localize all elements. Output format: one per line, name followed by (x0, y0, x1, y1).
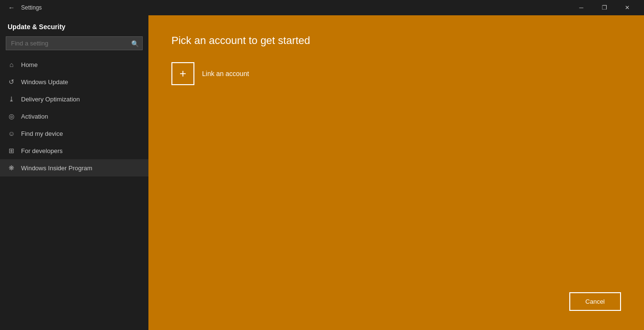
close-icon: ✕ (625, 4, 630, 11)
sidebar-item-windows-insider-program[interactable]: ❋ Windows Insider Program (0, 159, 148, 176)
sidebar-item-windows-update-label: Windows Update (21, 78, 68, 86)
sidebar-item-windows-insider-label: Windows Insider Program (21, 165, 92, 172)
sidebar-item-home-label: Home (21, 61, 38, 68)
sidebar-item-activation-label: Activation (21, 113, 48, 120)
sidebar-item-windows-update[interactable]: ↺ Windows Update (0, 73, 148, 90)
find-my-device-icon: ☺ (8, 130, 15, 137)
search-container: 🔍 (6, 36, 143, 50)
search-input[interactable] (6, 36, 143, 50)
search-icon: 🔍 (131, 40, 139, 47)
sidebar-item-for-developers[interactable]: ⊞ For developers (0, 142, 148, 159)
link-account-row: + Link an account (171, 62, 621, 85)
home-icon: ⌂ (8, 61, 15, 68)
link-account-label: Link an account (202, 70, 249, 77)
back-icon: ← (8, 4, 15, 11)
sidebar-item-delivery-optimization-label: Delivery Optimization (21, 96, 80, 103)
for-developers-icon: ⊞ (8, 147, 15, 154)
titlebar: ← Settings ─ ❐ ✕ (0, 0, 644, 15)
sidebar-item-find-my-device-label: Find my device (21, 130, 63, 137)
windows-update-icon: ↺ (8, 78, 15, 86)
minimize-button[interactable]: ─ (570, 0, 592, 15)
sidebar-item-home[interactable]: ⌂ Home (0, 56, 148, 73)
account-dialog: Pick an account to get started + Link an… (148, 15, 644, 330)
sidebar-item-for-developers-label: For developers (21, 147, 63, 154)
close-button[interactable]: ✕ (616, 0, 638, 15)
window-controls: ─ ❐ ✕ (570, 0, 638, 15)
sidebar-item-activation[interactable]: ◎ Activation (0, 108, 148, 125)
maximize-button[interactable]: ❐ (593, 0, 615, 15)
cancel-button-row: Cancel (171, 292, 621, 311)
sidebar-section-label: Update & Security (0, 15, 148, 34)
add-account-button[interactable]: + (171, 62, 194, 85)
maximize-icon: ❐ (602, 4, 607, 11)
back-button[interactable]: ← (6, 2, 17, 13)
dialog-title: Pick an account to get started (171, 34, 621, 47)
sidebar: Update & Security 🔍 ⌂ Home ↺ Windows Upd… (0, 15, 148, 330)
windows-insider-icon: ❋ (8, 164, 15, 172)
add-icon: + (180, 67, 186, 80)
cancel-button[interactable]: Cancel (569, 292, 621, 311)
sidebar-item-delivery-optimization[interactable]: ⤓ Delivery Optimization (0, 90, 148, 108)
activation-icon: ◎ (8, 112, 15, 120)
app-title: Settings (21, 4, 42, 11)
delivery-optimization-icon: ⤓ (8, 95, 15, 103)
minimize-icon: ─ (579, 4, 584, 11)
sidebar-item-find-my-device[interactable]: ☺ Find my device (0, 125, 148, 142)
